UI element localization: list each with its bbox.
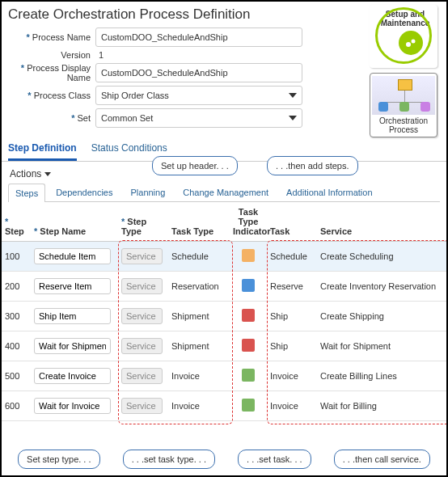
cell-task: Ship xyxy=(267,331,317,361)
orchestration-label: Orchestration Process xyxy=(372,116,435,134)
cell-task: Invoice xyxy=(267,391,317,421)
cell-service: Create Shipping xyxy=(317,302,446,331)
subtab-change-management[interactable]: Change Management xyxy=(175,183,276,201)
steps-table: * Step * Step Name * Step Type Task Type… xyxy=(2,202,446,421)
table-row[interactable]: 200ReservationReserveCreate Inventory Re… xyxy=(2,272,446,302)
col-step-type[interactable]: * Step Type xyxy=(118,202,168,242)
table-row[interactable]: 400ShipmentShipWait for Shipment xyxy=(2,331,446,361)
cell-service: Wait for Billing xyxy=(317,391,446,421)
col-task[interactable]: Task xyxy=(267,202,317,242)
cell-service: Wait for Shipment xyxy=(317,331,446,361)
process-class-label: Process Class xyxy=(8,91,95,100)
cell-service: Create Inventory Reservation xyxy=(317,272,446,302)
step-type-input[interactable] xyxy=(121,338,163,354)
cell-task: Ship xyxy=(267,302,317,331)
actions-label: Actions xyxy=(10,168,41,179)
display-name-label: Process Display Name xyxy=(8,63,95,82)
orchestration-process-badge[interactable]: Orchestration Process xyxy=(370,73,437,137)
cell-task: Invoice xyxy=(267,361,317,391)
subtab-planning[interactable]: Planning xyxy=(123,183,172,201)
col-step-name[interactable]: * Step Name xyxy=(31,202,118,242)
step-name-input[interactable] xyxy=(34,368,111,384)
invoice-icon xyxy=(242,399,255,412)
gears-icon xyxy=(399,31,423,55)
subtab-dependencies[interactable]: Dependencies xyxy=(49,183,120,201)
setup-maintenance-badge[interactable]: Setup and Maintenance xyxy=(370,5,437,68)
process-class-value: Ship Order Class xyxy=(101,91,169,100)
cell-step: 100 xyxy=(2,242,31,272)
step-type-input[interactable] xyxy=(121,248,163,264)
callout-step-type: Set step type. . . xyxy=(18,450,100,469)
step-type-input[interactable] xyxy=(121,278,163,294)
chevron-down-icon xyxy=(289,116,297,120)
svg-point-0 xyxy=(406,42,411,47)
process-class-select[interactable]: Ship Order Class xyxy=(95,86,302,105)
col-task-type-indicator[interactable]: Task Type Indicator xyxy=(230,202,267,242)
subtab-steps[interactable]: Steps xyxy=(8,184,45,202)
setup-circle-icon xyxy=(375,7,432,64)
cell-task-type: Schedule xyxy=(168,242,230,272)
callout-task: . . .set task. . . xyxy=(238,450,311,469)
version-label: Version xyxy=(8,50,95,60)
svg-point-1 xyxy=(412,40,416,44)
callout-service: . . .then call service. xyxy=(334,450,430,469)
cell-step: 400 xyxy=(2,331,31,361)
step-type-input[interactable] xyxy=(121,368,163,384)
version-value: 1 xyxy=(95,50,104,60)
set-select[interactable]: Common Set xyxy=(95,108,302,128)
tab-step-definition[interactable]: Step Definition xyxy=(8,137,77,161)
cell-service: Create Scheduling xyxy=(317,242,446,272)
step-name-input[interactable] xyxy=(34,308,111,324)
reserve-icon xyxy=(242,279,255,292)
cell-step: 300 xyxy=(2,302,31,331)
invoice-icon xyxy=(242,369,255,382)
set-label: Set xyxy=(8,113,95,123)
callout-task-type: . . .set task type. . . xyxy=(123,450,215,469)
process-name-label: Process Name xyxy=(8,32,95,42)
ship-icon xyxy=(242,339,255,352)
col-task-type[interactable]: Task Type xyxy=(168,202,230,242)
process-name-input[interactable] xyxy=(95,27,302,47)
chevron-down-icon xyxy=(44,172,51,176)
cell-task-type: Shipment xyxy=(168,302,230,331)
step-type-input[interactable] xyxy=(121,308,163,324)
cell-task-type: Reservation xyxy=(168,272,230,302)
cell-task: Reserve xyxy=(267,272,317,302)
cell-step: 500 xyxy=(2,361,31,391)
callout-setup-header: Set up header. . . xyxy=(152,156,238,175)
cell-task-type: Invoice xyxy=(168,391,230,421)
header-form: Process Name Version 1 Process Display N… xyxy=(2,26,309,136)
table-row[interactable]: 100ScheduleScheduleCreate Scheduling xyxy=(2,242,446,272)
table-row[interactable]: 300ShipmentShipCreate Shipping xyxy=(2,302,446,331)
orchestration-diagram-icon xyxy=(372,76,435,115)
step-name-input[interactable] xyxy=(34,278,111,294)
cell-step: 600 xyxy=(2,391,31,421)
col-step[interactable]: * Step xyxy=(2,202,31,242)
subtab-additional-information[interactable]: Additional Information xyxy=(279,183,379,201)
col-service[interactable]: Service xyxy=(317,202,446,242)
schedule-icon xyxy=(242,249,255,262)
table-row[interactable]: 600InvoiceInvoiceWait for Billing xyxy=(2,391,446,421)
callout-add-steps: . . .then add steps. xyxy=(267,156,358,175)
badge-stack: Setup and Maintenance Orchestration Proc… xyxy=(367,5,440,137)
table-row[interactable]: 500InvoiceInvoiceCreate Billing Lines xyxy=(2,361,446,391)
cell-service: Create Billing Lines xyxy=(317,361,446,391)
ship-icon xyxy=(242,309,255,322)
cell-step: 200 xyxy=(2,272,31,302)
chevron-down-icon xyxy=(289,93,297,98)
step-name-input[interactable] xyxy=(34,338,111,354)
cell-task-type: Shipment xyxy=(168,331,230,361)
set-value: Common Set xyxy=(101,113,153,123)
cell-task-type: Invoice xyxy=(168,361,230,391)
step-name-input[interactable] xyxy=(34,248,111,264)
cell-task: Schedule xyxy=(267,242,317,272)
sub-tabs: StepsDependenciesPlanningChange Manageme… xyxy=(2,183,446,201)
step-name-input[interactable] xyxy=(34,398,111,414)
display-name-input[interactable] xyxy=(95,63,302,82)
step-type-input[interactable] xyxy=(121,398,163,414)
